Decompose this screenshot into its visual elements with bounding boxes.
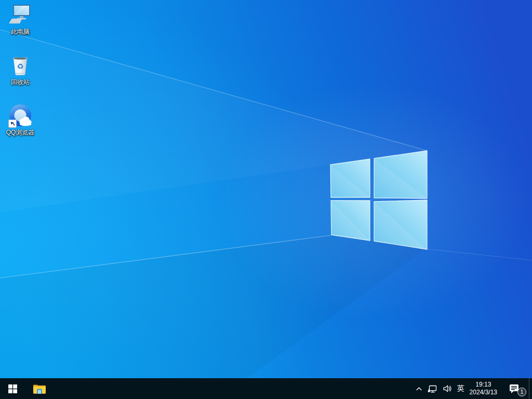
qq-browser-icon [8,104,33,128]
ime-language-label: 英 [457,384,464,393]
taskbar-clock[interactable]: 19:13 2024/3/13 [467,378,500,399]
chevron-up-icon [416,387,422,391]
show-desktop-button[interactable] [529,378,532,399]
desktop-icon-label: QQ浏览器 [6,129,35,136]
network-status-button[interactable] [425,378,440,399]
show-hidden-icons-button[interactable] [413,378,425,399]
windows-desktop: 此电脑 ♻︎ 回收站 [0,0,532,399]
desktop-icon-label: 此电脑 [11,29,30,35]
this-pc-icon [8,3,33,27]
taskbar-file-explorer-button[interactable] [27,378,52,399]
taskbar: 英 19:13 2024/3/13 1 [0,378,532,399]
speaker-icon [443,384,452,393]
notification-count-badge: 1 [517,388,526,396]
file-explorer-icon [33,383,46,394]
desktop-icon-label: 回收站 [11,79,30,86]
system-tray: 英 19:13 2024/3/13 1 [413,378,532,399]
start-button[interactable] [0,378,25,399]
keyboard-part [9,19,22,23]
recycle-bin-icon: ♻︎ [8,54,33,77]
windows-start-icon [8,384,17,393]
clock-date: 2024/3/13 [470,389,497,396]
shortcut-arrow-icon [8,119,17,128]
desktop-icon-qq-browser[interactable]: QQ浏览器 [1,104,40,136]
action-center-button[interactable]: 1 [500,378,529,399]
desktop-icon-this-pc[interactable]: 此电脑 [1,3,40,35]
taskbar-empty-area [52,378,413,399]
logo-glow [217,82,529,321]
volume-button[interactable] [440,378,455,399]
desktop-icon-recycle-bin[interactable]: ♻︎ 回收站 [1,54,40,86]
clock-time: 19:13 [475,381,491,389]
wallpaper [0,0,532,399]
ethernet-network-icon [428,384,437,393]
ime-language-indicator[interactable]: 英 [455,378,467,399]
svg-text:♻︎: ♻︎ [17,62,23,71]
